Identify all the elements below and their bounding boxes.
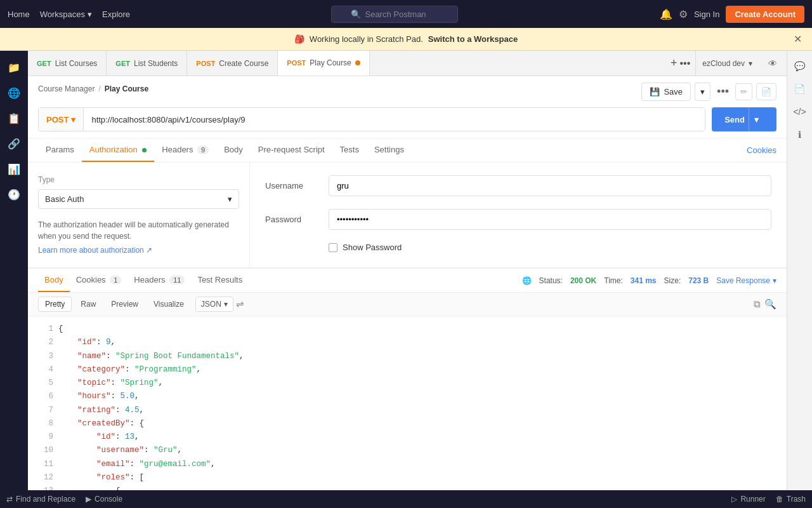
json-line-13: 13 {	[38, 485, 776, 490]
url-bar: POST ▾	[38, 107, 705, 131]
search-icon: 🔍	[351, 10, 361, 19]
tab-unsaved-dot	[355, 60, 360, 65]
chevron-down-icon: ▾	[88, 10, 92, 19]
tab-method-post: POST	[287, 59, 306, 67]
tab-list-students[interactable]: GET List Students	[107, 51, 187, 76]
rs-icon-info[interactable]: ℹ	[790, 124, 810, 145]
fmt-tab-raw[interactable]: Raw	[74, 297, 102, 311]
bottom-runner[interactable]: ▷ Runner	[731, 495, 765, 504]
password-input[interactable]	[329, 209, 771, 230]
resp-tab-test-results[interactable]: Test Results	[191, 269, 249, 292]
method-select[interactable]: POST ▾	[39, 108, 84, 131]
username-row: Username	[265, 175, 771, 196]
sidebar-icon-environments[interactable]: 🌐	[3, 81, 25, 104]
tab-overflow-button[interactable]: •••	[679, 58, 690, 69]
left-sidebar: 📁 🌐 📋 🔗 📊 🕐	[0, 51, 28, 490]
tab-name: List Courses	[55, 59, 98, 68]
search-json-button[interactable]: 🔍	[764, 298, 776, 310]
save-response-button[interactable]: Save Response ▾	[716, 276, 776, 285]
auth-type-label: Type	[38, 175, 239, 184]
request-method-tabs: Params Authorization Headers 9 Body Pre-…	[28, 138, 787, 163]
filter-icon-button[interactable]: ⇌	[236, 298, 244, 310]
fmt-tab-preview[interactable]: Preview	[105, 297, 145, 311]
send-button[interactable]: Send ▾	[712, 107, 776, 131]
req-tab-body[interactable]: Body	[216, 138, 251, 162]
more-options-button[interactable]: •••	[714, 83, 731, 101]
resp-tab-headers[interactable]: Headers 11	[128, 269, 191, 292]
workspace-selector[interactable]: ezCloud dev ▾	[695, 51, 759, 76]
size-value: 723 B	[688, 276, 709, 285]
signin-button[interactable]: Sign In	[694, 10, 719, 19]
req-tab-params[interactable]: Params	[38, 138, 82, 162]
chevron-down-icon: ▾	[773, 276, 776, 285]
save-button[interactable]: 💾 Save	[641, 83, 691, 101]
edit-icon-button[interactable]: ✏	[735, 83, 752, 100]
banner-switch-link[interactable]: Switch to a Workspace	[428, 34, 518, 44]
bottom-console[interactable]: ▶ Console	[86, 495, 122, 504]
search-input[interactable]: 🔍 Search Postman	[331, 6, 458, 23]
show-password-row: Show Password	[329, 243, 771, 252]
json-line-7: 7 "rating": 4.5,	[38, 404, 776, 417]
sidebar-icon-history[interactable]: 📋	[3, 107, 25, 130]
show-password-checkbox[interactable]	[329, 243, 337, 252]
auth-panel: Type Basic Auth ▾ The authorization head…	[28, 163, 787, 268]
rs-icon-docs[interactable]: 📄	[790, 79, 810, 99]
docs-icon-button[interactable]: 📄	[756, 83, 776, 100]
sidebar-icon-flows[interactable]: 🕐	[3, 183, 25, 206]
bottom-trash[interactable]: 🗑 Trash	[776, 495, 806, 504]
runner-icon: ▷	[731, 495, 737, 504]
fmt-tab-pretty[interactable]: Pretty	[38, 297, 72, 312]
view-toggle-icon[interactable]: 👁	[763, 53, 783, 74]
copy-icon-button[interactable]: ⧉	[754, 298, 761, 310]
create-account-button[interactable]: Create Account	[726, 6, 804, 23]
json-line-5: 5 "topic": "Spring",	[38, 377, 776, 390]
auth-left-panel: Type Basic Auth ▾ The authorization head…	[28, 163, 250, 267]
right-sidebar: 💬 📄 </> ℹ	[787, 51, 812, 490]
sidebar-icon-collections[interactable]: 📁	[3, 56, 25, 79]
req-tab-headers[interactable]: Headers 9	[154, 138, 216, 162]
auth-right-panel: Username Password Show Password	[250, 163, 787, 267]
resp-tab-body[interactable]: Body	[38, 269, 70, 292]
save-dropdown-button[interactable]: ▾	[695, 83, 710, 101]
fmt-tab-visualize[interactable]: Visualize	[147, 297, 190, 311]
resp-tab-cookies[interactable]: Cookies 1	[70, 269, 128, 292]
notifications-icon[interactable]: 🔔	[660, 8, 672, 20]
req-tab-tests[interactable]: Tests	[332, 138, 367, 162]
add-tab-button[interactable]: +	[671, 57, 678, 70]
nav-home[interactable]: Home	[8, 10, 30, 19]
req-tab-authorization[interactable]: Authorization	[82, 138, 155, 162]
learn-more-link[interactable]: Learn more about authorization ↗	[38, 246, 239, 255]
nav-workspaces[interactable]: Workspaces ▾	[40, 10, 92, 19]
breadcrumb-parent[interactable]: Course Manager	[38, 84, 95, 93]
req-tab-settings[interactable]: Settings	[367, 138, 412, 162]
url-input[interactable]	[84, 108, 705, 131]
topnav: Home Workspaces ▾ Explore 🔍 Search Postm…	[0, 0, 812, 28]
auth-description: The authorization header will be automat…	[38, 219, 239, 242]
bottom-find-replace[interactable]: ⇄ Find and Replace	[6, 495, 75, 504]
banner-close-button[interactable]: ✕	[794, 33, 802, 45]
rs-icon-code[interactable]: </>	[790, 102, 810, 122]
format-actions: ⧉ 🔍	[754, 298, 776, 310]
json-viewer: 1{ 2 "id": 9, 3 "name": "Spring Boot Fun…	[28, 316, 787, 490]
cookies-link[interactable]: Cookies	[747, 145, 776, 155]
req-tab-prerequest[interactable]: Pre-request Script	[251, 138, 332, 162]
username-label: Username	[265, 181, 329, 190]
tab-method-post: POST	[196, 60, 215, 67]
tab-list-courses[interactable]: GET List Courses	[28, 51, 107, 76]
tab-name: Create Course	[219, 59, 268, 68]
auth-type-select[interactable]: Basic Auth ▾	[38, 189, 239, 209]
tab-create-course[interactable]: POST Create Course	[187, 51, 278, 76]
send-dropdown-arrow[interactable]: ▾	[749, 107, 764, 131]
nav-explore[interactable]: Explore	[102, 10, 130, 19]
settings-icon[interactable]: ⚙	[679, 8, 688, 20]
sidebar-icon-mock[interactable]: 🔗	[3, 132, 25, 155]
rs-icon-comments[interactable]: 💬	[790, 56, 810, 76]
tab-method-get: GET	[37, 60, 51, 67]
sidebar-icon-monitor[interactable]: 📊	[3, 157, 25, 180]
workspace-name: ezCloud dev	[702, 59, 745, 68]
tab-play-course[interactable]: POST Play Course	[278, 51, 369, 76]
json-line-11: 11 "email": "gru@email.com",	[38, 458, 776, 471]
username-input[interactable]	[329, 175, 771, 196]
find-replace-icon: ⇄	[6, 495, 13, 504]
format-select[interactable]: JSON ▾	[195, 297, 233, 312]
